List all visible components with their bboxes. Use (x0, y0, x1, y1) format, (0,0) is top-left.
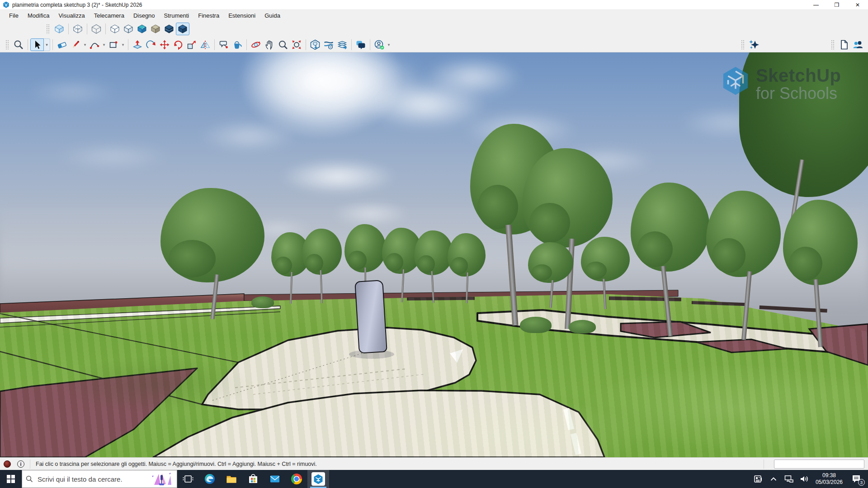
geolocation-icon[interactable] (4, 460, 11, 468)
chevron-up-icon[interactable] (767, 470, 780, 488)
move-icon[interactable] (158, 38, 171, 51)
search-icon (26, 475, 33, 483)
style-wireframe-icon[interactable] (90, 23, 103, 35)
style-back-edges-icon[interactable] (71, 23, 85, 35)
people-icon[interactable] (851, 38, 864, 51)
arc-icon[interactable] (88, 38, 101, 51)
search-icon[interactable] (12, 38, 25, 51)
flip-icon[interactable] (198, 38, 212, 51)
bush (520, 317, 552, 333)
toolbar-grip[interactable] (831, 40, 835, 50)
arc-dropdown-caret[interactable]: ▾ (101, 38, 107, 51)
monolith-model[interactable] (354, 280, 387, 354)
tree (302, 229, 342, 303)
clock[interactable]: 09:38 05/03/2026 (813, 472, 845, 486)
style-xray-icon[interactable] (52, 23, 66, 35)
network-icon[interactable] (782, 470, 796, 488)
purge-icon[interactable] (322, 38, 335, 51)
sparkle-icon[interactable] (747, 38, 761, 51)
status-message: Fai clic o trascina per selezionare gli … (36, 461, 317, 467)
toolbar-grip[interactable] (5, 40, 9, 50)
style-dark-icon[interactable] (162, 23, 176, 35)
orbit-icon[interactable] (249, 38, 263, 51)
menu-bar: File Modifica Visualizza Telecamera Dise… (0, 10, 868, 21)
eraser-icon[interactable] (55, 38, 69, 51)
measurement-input[interactable] (774, 460, 864, 469)
rectangle-icon[interactable] (107, 38, 120, 51)
style-hidden-line-icon[interactable] (108, 23, 122, 35)
select-dropdown-caret[interactable]: ▾ (44, 38, 50, 51)
tree (783, 200, 858, 347)
taskbar: 09:38 05/03/2026 3 (0, 470, 868, 488)
menu-visualizza[interactable]: Visualizza (54, 11, 89, 20)
line-icon[interactable] (69, 38, 82, 51)
sketchup-window: planimetria completa sketchup 3 (2)* - S… (0, 0, 868, 488)
watermark: SketchUp for Schools (722, 66, 841, 102)
menu-estensioni[interactable]: Estensioni (224, 11, 260, 20)
window-title: planimetria completa sketchup 3 (2)* - S… (12, 2, 142, 8)
toolbar-grip[interactable] (741, 40, 745, 50)
restore-button[interactable]: ❐ (826, 0, 847, 10)
title-bar: planimetria completa sketchup 3 (2)* - S… (0, 0, 868, 10)
clock-date: 05/03/2026 (816, 479, 843, 486)
search-input[interactable] (37, 475, 150, 483)
menu-strumenti[interactable]: Strumenti (160, 11, 194, 20)
search-highlight-icon (150, 471, 173, 487)
mail-icon[interactable] (264, 470, 286, 488)
menu-modifica[interactable]: Modifica (23, 11, 54, 20)
push-pull-icon[interactable] (131, 38, 144, 51)
edge-icon[interactable] (199, 470, 221, 488)
tools-toolbar: ▾ ▾ ▾ ▾ ▾ (0, 37, 868, 52)
menu-telecamera[interactable]: Telecamera (90, 11, 129, 20)
status-bar: i Fai clic o trascina per selezionare gl… (0, 457, 868, 470)
select-icon[interactable] (30, 38, 44, 51)
pan-icon[interactable] (263, 38, 276, 51)
follow-me-icon[interactable] (144, 38, 158, 51)
start-button[interactable] (0, 470, 22, 488)
sketchup-logo-icon (3, 1, 9, 8)
zoom-icon[interactable] (276, 38, 290, 51)
menu-file[interactable]: File (5, 11, 23, 20)
style-shaded-icon[interactable] (122, 23, 135, 35)
document-icon[interactable] (837, 38, 851, 51)
notification-icon[interactable]: 3 (847, 470, 865, 488)
tree (631, 183, 710, 336)
import-component-icon[interactable] (308, 38, 322, 51)
sketchup-taskbar-icon[interactable] (307, 470, 329, 488)
task-view-icon[interactable] (177, 470, 199, 488)
notification-badge: 3 (858, 479, 865, 486)
tree (706, 191, 781, 340)
line-dropdown-caret[interactable]: ▾ (82, 38, 88, 51)
clock-time: 09:38 (816, 472, 843, 479)
menu-finestra[interactable]: Finestra (193, 11, 224, 20)
paint-bucket-icon[interactable] (231, 38, 244, 51)
style-shaded-textures-icon[interactable] (135, 23, 149, 35)
watermark-edition: for Schools (756, 85, 841, 102)
chat-icon[interactable] (354, 38, 368, 51)
zoom-extents-icon[interactable] (290, 38, 303, 51)
account-icon[interactable] (373, 38, 386, 51)
menu-guida[interactable]: Guida (260, 11, 285, 20)
file-explorer-icon[interactable] (221, 470, 242, 488)
windows-logo-icon (7, 475, 15, 483)
export-layers-icon[interactable] (335, 38, 349, 51)
news-icon[interactable] (751, 470, 765, 488)
style-monochrome-icon[interactable] (149, 23, 162, 35)
account-dropdown-caret[interactable]: ▾ (386, 38, 392, 51)
info-icon[interactable]: i (17, 460, 24, 468)
scale-icon[interactable] (185, 38, 198, 51)
text-icon[interactable] (217, 38, 231, 51)
minimize-button[interactable]: — (806, 0, 826, 10)
speaker-icon[interactable] (797, 470, 811, 488)
tree (160, 188, 264, 319)
toolbar-grip[interactable] (46, 24, 50, 34)
style-active-icon[interactable] (176, 23, 189, 35)
chrome-icon[interactable] (286, 470, 307, 488)
store-icon[interactable] (242, 470, 264, 488)
taskbar-search[interactable] (22, 470, 177, 488)
menu-disegno[interactable]: Disegno (129, 11, 160, 20)
close-button[interactable]: ✕ (847, 0, 868, 10)
model-viewport[interactable]: SketchUp for Schools (0, 52, 868, 457)
rotate-icon[interactable] (171, 38, 185, 51)
rectangle-dropdown-caret[interactable]: ▾ (120, 38, 126, 51)
